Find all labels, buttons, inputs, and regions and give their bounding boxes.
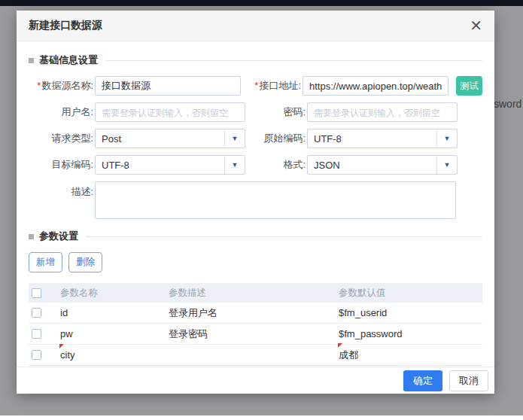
param-desc-cell[interactable]: 登录用户名: [169, 306, 334, 320]
param-table: 参数名称 参数描述 参数默认值 id 登录用户名 $fm_userid pw 登…: [29, 283, 482, 366]
username-input[interactable]: [95, 102, 245, 122]
chevron-down-icon: ▼: [436, 129, 457, 148]
datasource-name-label: *数据源名称:: [29, 79, 93, 93]
username-label: 用户名:: [29, 105, 93, 119]
api-url-input[interactable]: [303, 76, 449, 96]
table-row[interactable]: pw 登录密码 $fm_password: [29, 324, 482, 345]
test-button[interactable]: 测试: [456, 76, 482, 96]
dialog-footer: 确定 取消: [17, 367, 494, 394]
api-url-label: *接口地址:: [241, 79, 301, 93]
required-asterisk: *: [254, 80, 258, 91]
browser-top-bar: [0, 0, 523, 6]
chevron-down-icon: ▼: [224, 156, 245, 174]
row-description: 描述:: [29, 181, 482, 219]
dialog-title: 新建接口数据源: [29, 19, 102, 32]
dirty-marker: [338, 343, 342, 348]
section-basic-info: 基础信息设置: [29, 53, 482, 67]
section-divider: [86, 236, 482, 237]
header-param-desc: 参数描述: [169, 287, 334, 300]
table-header-row: 参数名称 参数描述 参数默认值: [29, 283, 482, 303]
section-divider: [105, 60, 482, 61]
target-encoding-select[interactable]: UTF-8 ▼: [95, 155, 245, 175]
param-name-cell[interactable]: pw: [60, 328, 73, 339]
section-bullet-icon: [29, 58, 34, 63]
delete-param-button[interactable]: 删除: [68, 252, 102, 272]
cancel-button[interactable]: 取消: [449, 370, 488, 391]
password-label: 密码:: [245, 105, 306, 119]
table-row[interactable]: city 成都: [29, 345, 482, 366]
row-checkbox[interactable]: [32, 350, 41, 360]
param-default-cell[interactable]: $fm_userid: [339, 307, 387, 318]
row-tgtenc-format: 目标编码: UTF-8 ▼ 格式: JSON ▼: [29, 155, 482, 175]
section-params-title: 参数设置: [39, 230, 78, 243]
description-textarea[interactable]: [95, 181, 456, 219]
param-default-cell[interactable]: 成都: [339, 349, 358, 361]
param-desc-cell[interactable]: 登录密码: [169, 327, 334, 341]
row-checkbox[interactable]: [32, 329, 41, 339]
section-bullet-icon: [29, 234, 34, 239]
ok-button[interactable]: 确定: [403, 370, 442, 391]
dirty-marker: [59, 344, 64, 348]
section-params: 参数设置: [29, 230, 482, 243]
new-api-datasource-dialog: 新建接口数据源 ✕ 基础信息设置 *数据源名称: *接口地址: 测试 用户名: …: [17, 11, 494, 394]
select-all-checkbox[interactable]: [32, 288, 41, 298]
row-user-pass: 用户名: 密码:: [29, 102, 482, 122]
row-name-url: *数据源名称: *接口地址: 测试: [29, 76, 482, 96]
chevron-down-icon: ▼: [224, 129, 245, 148]
header-param-default: 参数默认值: [334, 287, 482, 300]
format-label: 格式:: [245, 158, 306, 172]
background-page-text: sword: [494, 98, 521, 110]
param-name-cell[interactable]: city: [60, 349, 75, 361]
add-param-button[interactable]: 新增: [29, 252, 62, 272]
header-param-name: 参数名称: [56, 287, 169, 300]
param-default-cell[interactable]: $fm_password: [339, 328, 403, 339]
table-row[interactable]: id 登录用户名 $fm_userid: [29, 303, 482, 324]
dialog-body: 基础信息设置 *数据源名称: *接口地址: 测试 用户名: 密码: 请求类型: …: [17, 41, 494, 367]
request-type-select[interactable]: Post ▼: [95, 129, 245, 148]
section-basic-title: 基础信息设置: [39, 53, 98, 67]
row-checkbox[interactable]: [32, 308, 41, 318]
required-asterisk: *: [37, 80, 41, 91]
target-encoding-label: 目标编码:: [29, 158, 93, 172]
param-name-cell[interactable]: id: [60, 307, 68, 318]
chevron-down-icon: ▼: [436, 156, 457, 174]
request-type-label: 请求类型:: [29, 132, 93, 145]
description-label: 描述:: [29, 181, 93, 199]
close-icon[interactable]: ✕: [470, 18, 482, 33]
source-encoding-label: 原始编码:: [245, 132, 306, 145]
source-encoding-select[interactable]: UTF-8 ▼: [307, 129, 458, 148]
password-input[interactable]: [307, 102, 458, 122]
param-toolbar: 新增 删除: [29, 252, 482, 272]
datasource-name-input[interactable]: [95, 76, 241, 96]
dialog-header: 新建接口数据源 ✕: [17, 11, 494, 41]
format-select[interactable]: JSON ▼: [307, 155, 458, 175]
row-reqtype-srcenc: 请求类型: Post ▼ 原始编码: UTF-8 ▼: [29, 129, 482, 148]
